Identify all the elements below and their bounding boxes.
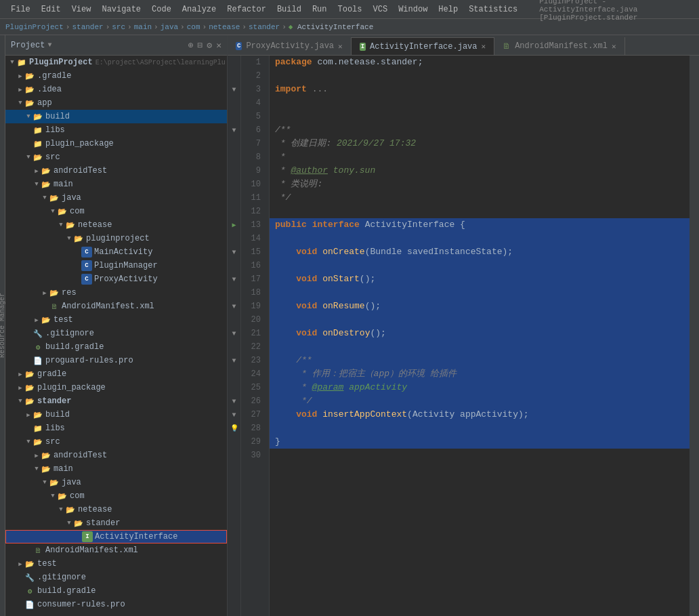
- tree-item-gitignore-stander[interactable]: 🔧 .gitignore: [5, 571, 227, 584]
- tree-item-netease-stander[interactable]: ▼ 📂 netease: [5, 503, 227, 516]
- resource-manager-label: Resource Manager: [0, 287, 7, 363]
- breadcrumb-src[interactable]: src: [112, 23, 125, 31]
- tab-androidmanifest[interactable]: 🗎 AndroidManifest.xml ✕: [494, 37, 624, 55]
- resource-manager-strip[interactable]: Resource Manager: [0, 35, 5, 616]
- project-dropdown-icon[interactable]: ▼: [47, 41, 51, 49]
- tree-item-netease-app[interactable]: ▼ 📂 netease: [5, 218, 227, 232]
- menu-edit[interactable]: Edit: [36, 2, 66, 17]
- tree-item-res[interactable]: ▶ 📂 res: [5, 286, 227, 300]
- tree-item-idea[interactable]: ▶ 📂 .idea: [5, 83, 227, 96]
- tree-item-androidtest-stander[interactable]: ▶ 📂 androidTest: [5, 449, 227, 462]
- tree-item-main-app[interactable]: ▼ 📂 main: [5, 178, 227, 191]
- folder-icon: 📂: [49, 287, 60, 298]
- file-icon: 🔧: [33, 328, 43, 339]
- code-editor[interactable]: ▼ ▼ ▶ ▼ ▼ ▼ ▼ ▼: [228, 56, 699, 616]
- breadcrumb-stander2[interactable]: stander: [249, 23, 280, 31]
- tree-item-libs-stander[interactable]: 📁 libs: [5, 422, 227, 435]
- tree-item-test-stander[interactable]: ▶ 📂 test: [5, 557, 227, 571]
- tree-label: test: [37, 559, 57, 569]
- breadcrumb-com[interactable]: com: [187, 23, 200, 31]
- breadcrumb-netease[interactable]: netease: [209, 23, 240, 31]
- tree-item-stander-pkg[interactable]: ▼ 📂 stander: [5, 516, 227, 530]
- tree-arrow: ▼: [16, 100, 24, 106]
- tree-item-pluginproject[interactable]: ▼ 📁 PluginProject E:\project\ASProject\l…: [5, 56, 227, 69]
- project-add-icon[interactable]: ⊕: [188, 40, 194, 51]
- tree-item-main-stander[interactable]: ▼ 📂 main: [5, 462, 227, 476]
- tab-close-activityinterface[interactable]: ✕: [482, 42, 486, 51]
- tree-item-activityinterface[interactable]: I ActivityInterface: [5, 530, 227, 543]
- tab-activityinterface[interactable]: I ActivityInterface.java ✕: [352, 37, 494, 55]
- menu-window[interactable]: Window: [393, 2, 433, 17]
- tree-label-pluginproject: PluginProject: [29, 58, 93, 67]
- menu-file[interactable]: File: [5, 2, 36, 17]
- project-settings-icon[interactable]: ⚙: [207, 40, 212, 51]
- menu-tools[interactable]: Tools: [333, 2, 368, 17]
- project-tree[interactable]: ▼ 📁 PluginProject E:\project\ASProject\l…: [5, 56, 227, 616]
- tree-arrow: ▶: [16, 73, 24, 80]
- gutter-13-run[interactable]: ▶: [228, 218, 240, 232]
- tree-item-src-app[interactable]: ▼ 📂 src: [5, 150, 227, 164]
- tree-label: .gradle: [37, 71, 71, 81]
- tree-item-app[interactable]: ▼ 📂 app: [5, 96, 227, 110]
- tree-item-plugin-package-root[interactable]: ▶ 📂 plugin_package: [5, 381, 227, 394]
- gutter-24: [228, 367, 240, 381]
- code-content[interactable]: package com.netease.stander; import ... …: [270, 56, 690, 616]
- tree-item-java-stander[interactable]: ▼ 📂 java: [5, 476, 227, 489]
- tree-item-proguard[interactable]: 📄 proguard-rules.pro: [5, 354, 227, 367]
- tree-item-src-stander[interactable]: ▼ 📂 src: [5, 435, 227, 449]
- breadcrumb-stander[interactable]: stander: [72, 23, 103, 31]
- xml-icon: 🗎: [33, 545, 43, 556]
- tree-item-buildgradle-app[interactable]: ⚙ build.gradle: [5, 340, 227, 354]
- menu-vcs[interactable]: VCS: [368, 2, 394, 17]
- tree-item-mainactivity[interactable]: C MainActivity: [5, 245, 227, 259]
- menu-help[interactable]: Help: [433, 2, 463, 17]
- breadcrumb-java[interactable]: java: [161, 23, 178, 31]
- gutter-4: [228, 96, 240, 110]
- tab-close-proxyactivity[interactable]: ✕: [338, 42, 343, 51]
- tree-item-com-app[interactable]: ▼ 📂 com: [5, 205, 227, 218]
- tree-item-build-app[interactable]: ▼ 📂 build: [5, 110, 227, 123]
- tree-item-test-app[interactable]: ▶ 📂 test: [5, 313, 227, 327]
- menu-navigate[interactable]: Navigate: [96, 2, 146, 17]
- menu-analyze[interactable]: Analyze: [177, 2, 221, 17]
- menu-statistics[interactable]: Statistics: [463, 2, 523, 17]
- tab-proxyactivity[interactable]: C ProxyActivity.java ✕: [228, 37, 352, 55]
- breadcrumb-project[interactable]: PluginProject: [5, 23, 64, 31]
- tree-item-proxyactivity[interactable]: C ProxyActivity: [5, 272, 227, 286]
- tree-item-gradle-hidden[interactable]: ▶ 📂 .gradle: [5, 69, 227, 83]
- menu-code[interactable]: Code: [146, 2, 177, 17]
- tree-item-pluginproject-pkg[interactable]: ▼ 📂 pluginproject: [5, 232, 227, 245]
- tree-item-androidtest-app[interactable]: ▶ 📂 androidTest: [5, 164, 227, 178]
- tree-item-buildgradle-stander[interactable]: ⚙ build.gradle: [5, 584, 227, 598]
- code-line-19: void onResume();: [270, 300, 690, 313]
- tree-item-java-app[interactable]: ▼ 📂 java: [5, 191, 227, 205]
- java-class-icon: C: [81, 274, 92, 285]
- tree-item-pluginmanager[interactable]: C PluginManager: [5, 259, 227, 272]
- tab-bar: C ProxyActivity.java ✕ I ActivityInterfa…: [228, 35, 699, 56]
- tree-item-consumer-rules[interactable]: 📄 consumer-rules.pro: [5, 598, 227, 611]
- tree-label: com: [70, 491, 85, 501]
- tree-label: pluginproject: [86, 234, 150, 243]
- tree-item-manifest-stander[interactable]: 🗎 AndroidManifest.xml: [5, 543, 227, 557]
- menu-view[interactable]: View: [66, 2, 97, 17]
- tree-item-plugin-package-app[interactable]: 📁 plugin_package: [5, 137, 227, 150]
- tree-item-build-stander[interactable]: ▶ 📂 build: [5, 408, 227, 422]
- tree-item-com-stander[interactable]: ▼ 📂 com: [5, 489, 227, 503]
- project-collapse-icon[interactable]: ⊟: [198, 40, 203, 51]
- code-line-4: [270, 96, 690, 110]
- menu-run[interactable]: Run: [307, 2, 333, 17]
- breadcrumb-main[interactable]: main: [134, 23, 152, 31]
- tree-item-libs-app[interactable]: 📁 libs: [5, 123, 227, 137]
- tab-close-androidmanifest[interactable]: ✕: [612, 42, 616, 51]
- tree-item-gitignore-app[interactable]: 🔧 .gitignore: [5, 327, 227, 340]
- project-header-left: Project ▼: [11, 41, 51, 50]
- code-line-25: * @param appActivity: [270, 381, 690, 394]
- tree-item-manifest-app[interactable]: 🗎 AndroidManifest.xml: [5, 300, 227, 313]
- project-close-icon[interactable]: ✕: [216, 40, 221, 51]
- interface-icon: I: [82, 531, 93, 542]
- menu-build[interactable]: Build: [272, 2, 307, 17]
- tree-arrow: ▶: [16, 86, 24, 94]
- menu-refactor[interactable]: Refactor: [221, 2, 272, 17]
- tree-item-stander[interactable]: ▼ 📂 stander: [5, 394, 227, 408]
- tree-item-gradle-root[interactable]: ▶ 📂 gradle: [5, 367, 227, 381]
